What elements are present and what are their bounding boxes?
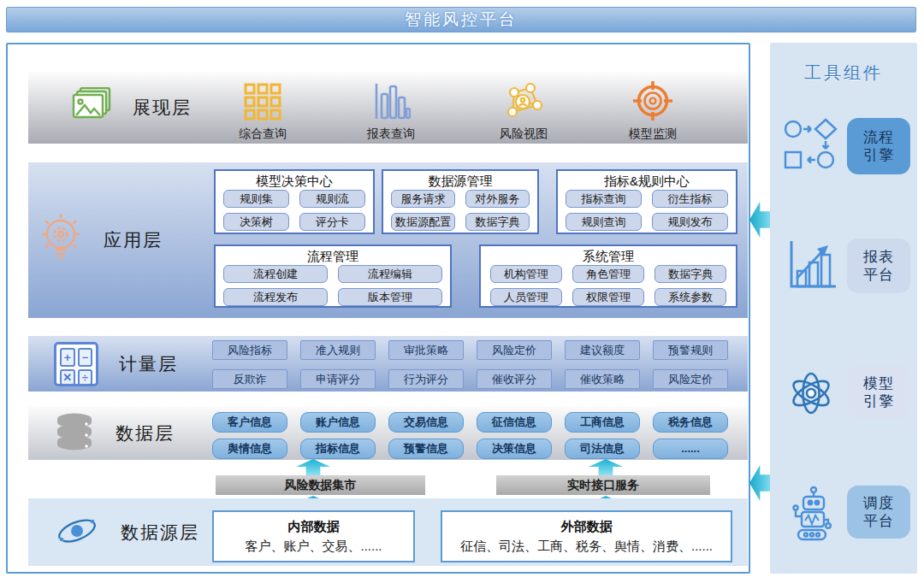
group-items: 服务请求对外服务数据源配置数据字典: [391, 190, 530, 231]
external-data-box: 外部数据 征信、司法、工商、税务、舆情、消费、......: [441, 510, 732, 562]
measure-chip: 催收评分: [477, 369, 552, 389]
data-chip: 决策信息: [477, 439, 552, 459]
presentation-item-label: 报表查询: [350, 127, 432, 142]
presentation-item-label: 模型监测: [612, 127, 694, 142]
measure-chip: 风险指标: [212, 340, 287, 360]
app-module-chip: 版本管理: [338, 288, 442, 306]
app-module-chip: 指标查询: [566, 190, 642, 208]
data-chip: 指标信息: [300, 439, 376, 459]
app-module-chip: 数据字典: [654, 265, 726, 283]
network-icon: [483, 79, 565, 121]
tool-label: 报表平台: [862, 248, 895, 285]
group-model-decision-center: 模型决策中心 规则集规则流决策树评分卡: [214, 169, 375, 234]
data-chip: 客户信息: [212, 412, 287, 433]
measure-chip: 风险定价: [477, 340, 552, 360]
application-layer-label: 应用层: [35, 162, 163, 318]
internal-data-desc: 客户、账户、交易、......: [245, 539, 382, 555]
measure-chip: 预警规则: [653, 340, 728, 360]
group-items: 机构管理角色管理数据字典人员管理权限管理系统参数: [489, 265, 728, 306]
data-chip: 司法信息: [565, 439, 640, 459]
measurement-layer-name: 计量层: [119, 352, 178, 376]
lightbulb-gear-icon: [35, 209, 86, 271]
presentation-layer-band: 展现层 综合查询 报表查询: [28, 72, 748, 144]
tools-sidebar: 工具组件 流程引擎: [770, 43, 917, 574]
platform-title: 智能风控平台: [405, 9, 518, 31]
presentation-item-label: 风险视图: [483, 127, 565, 142]
group-items: 规则集规则流决策树评分卡: [223, 190, 365, 231]
measure-chip: 审批策略: [388, 340, 464, 360]
tool-box-report-platform: 报表平台: [847, 238, 910, 293]
external-data-title: 外部数据: [561, 519, 613, 535]
app-module-chip: 规则流: [299, 190, 365, 208]
measure-grid: 风险指标准入规则审批策略风险定价建议额度预警规则反欺诈申请评分行为评分催收评分催…: [212, 340, 728, 389]
app-module-chip: 规则查询: [566, 213, 642, 231]
robot-icon: [780, 486, 842, 542]
internal-data-title: 内部数据: [288, 519, 340, 535]
measure-chip: 建议额度: [565, 340, 640, 360]
tool-label: 模型引擎: [862, 374, 895, 411]
external-data-desc: 征信、司法、工商、税务、舆情、消费、......: [460, 539, 713, 555]
presentation-item-combined-query: 综合查询: [222, 79, 304, 142]
presentation-layer-label: 展现层: [71, 72, 192, 144]
atom-icon: [780, 366, 842, 421]
app-module-chip: 流程发布: [223, 288, 328, 306]
app-module-chip: 对外服务: [465, 190, 530, 208]
data-chip: 预警信息: [388, 439, 464, 459]
flowchart-icon: [780, 118, 842, 173]
measure-chip: 申请评分: [300, 369, 376, 389]
bar-chart-icon: [350, 79, 432, 121]
group-title: 流程管理: [223, 247, 442, 265]
app-module-chip: 衍生指标: [652, 190, 728, 208]
risk-platform-diagram: 智能风控平台 展现层: [0, 0, 924, 583]
data-chip: ......: [653, 439, 728, 459]
grid-icon: [222, 79, 304, 121]
group-items: 指标查询衍生指标规则查询规则发布: [566, 190, 728, 231]
datasource-layer-label: 数据源层: [54, 498, 199, 566]
data-chip: 税务信息: [653, 412, 728, 433]
app-module-chip: 评分卡: [299, 213, 365, 231]
presentation-item-model-monitor: 模型监测: [612, 79, 694, 142]
app-module-chip: 流程编辑: [338, 265, 442, 283]
data-layer-label: 数据层: [54, 407, 175, 460]
group-title: 模型决策中心: [223, 172, 365, 190]
measurement-layer-label: ＋－✕÷ 计量层: [54, 336, 178, 392]
datasource-layer-name: 数据源层: [121, 521, 199, 545]
presentation-item-risk-view: 风险视图: [483, 79, 565, 142]
data-grid: 客户信息账户信息交易信息征信信息工商信息税务信息舆情信息指标信息预警信息决策信息…: [212, 412, 728, 459]
app-module-chip: 权限管理: [572, 288, 644, 306]
app-module-chip: 规则发布: [652, 213, 728, 231]
app-module-chip: 规则集: [223, 190, 289, 208]
platform-title-banner: 智能风控平台: [6, 7, 916, 32]
app-module-chip: 服务请求: [391, 190, 455, 208]
presentation-layer-name: 展现层: [133, 96, 192, 120]
galaxy-icon: [54, 511, 100, 554]
app-module-chip: 数据字典: [465, 213, 530, 231]
measure-chip: 准入规则: [300, 340, 376, 360]
app-module-chip: 决策树: [223, 213, 289, 231]
realtime-interface-bar: 实时接口服务: [496, 475, 710, 495]
data-layer-name: 数据层: [116, 421, 175, 445]
tool-label: 调度平台: [862, 494, 895, 531]
app-module-chip: 系统参数: [654, 288, 726, 306]
group-datasource-management: 数据源管理 服务请求对外服务数据源配置数据字典: [382, 169, 539, 234]
risk-data-mart-bar: 风险数据集市: [216, 475, 425, 495]
app-module-chip: 角色管理: [572, 265, 644, 283]
data-chip: 征信信息: [477, 412, 552, 433]
tool-box-scheduling-platform: 调度平台: [847, 486, 910, 539]
tool-box-process-engine: 流程引擎: [847, 118, 910, 174]
app-module-chip: 人员管理: [490, 288, 562, 306]
measure-chip: 行为评分: [388, 369, 464, 389]
report-chart-icon: [780, 238, 842, 292]
app-module-chip: 机构管理: [490, 265, 562, 283]
tool-box-model-engine: 模型引擎: [847, 366, 910, 419]
app-module-chip: 数据源配置: [391, 213, 455, 231]
presentation-item-report-query: 报表查询: [350, 79, 432, 142]
group-system-management: 系统管理 机构管理角色管理数据字典人员管理权限管理系统参数: [479, 244, 737, 308]
tool-label: 流程引擎: [862, 128, 895, 165]
measure-chip: 反欺诈: [212, 369, 287, 389]
data-chip: 账户信息: [300, 412, 376, 433]
group-process-management: 流程管理 流程创建流程编辑流程发布版本管理: [214, 244, 452, 308]
measure-chip: 风险定价: [653, 369, 728, 389]
app-module-chip: 流程创建: [223, 265, 328, 283]
group-items: 流程创建流程编辑流程发布版本管理: [223, 265, 442, 306]
